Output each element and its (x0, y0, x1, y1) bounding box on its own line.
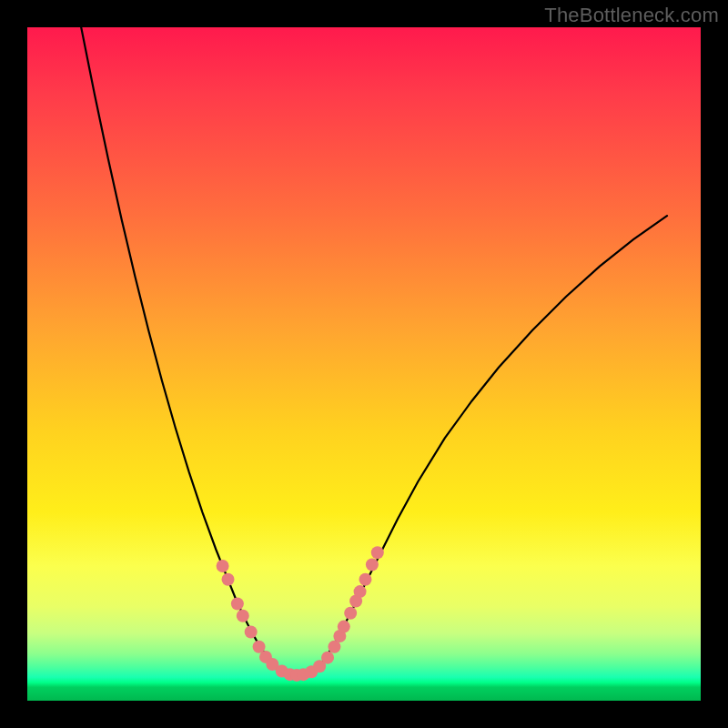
highlight-dot (371, 546, 384, 559)
highlight-dot (231, 597, 244, 610)
watermark-text: TheBottleneck.com (544, 4, 719, 27)
highlight-dot (245, 626, 258, 639)
highlight-dot (354, 585, 367, 598)
curve-left-branch (81, 27, 277, 668)
highlight-dot (344, 607, 357, 620)
chart-frame: TheBottleneck.com (0, 0, 728, 728)
highlight-dot (328, 641, 340, 653)
highlight-dot (359, 573, 371, 586)
plot-area (27, 27, 701, 701)
curve-right-branch (317, 216, 667, 668)
highlight-dot (321, 652, 334, 664)
highlight-dot (237, 610, 249, 622)
highlight-dots-group (217, 546, 384, 682)
highlight-dot (222, 573, 235, 586)
highlight-dot (217, 560, 229, 572)
highlight-dot (338, 621, 350, 633)
curve-svg (27, 27, 701, 701)
highlight-dot (366, 559, 379, 571)
